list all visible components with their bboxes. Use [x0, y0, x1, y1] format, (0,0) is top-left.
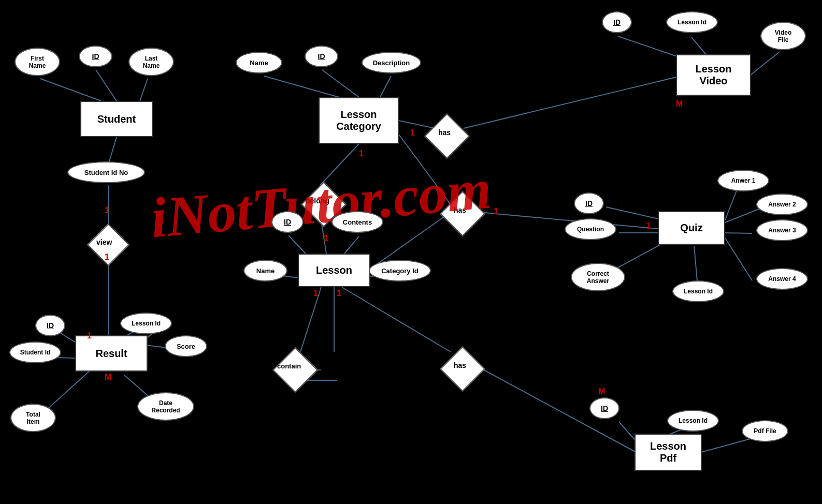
entity-lesson: Lesson	[298, 254, 370, 287]
attr-result-id: ID	[35, 315, 65, 336]
attr-result-daterecorded: DateRecorded	[137, 392, 194, 421]
svg-line-23	[464, 77, 679, 128]
attr-quiz-id: ID	[574, 192, 604, 214]
attr-student-firstname: FirstName	[15, 48, 60, 76]
svg-line-29	[606, 207, 663, 220]
attr-lpdf-lessonid: Lesson Id	[667, 410, 719, 432]
svg-line-2	[140, 79, 148, 101]
attr-lv-lessonid: Lesson Id	[666, 11, 718, 33]
svg-line-0	[40, 79, 101, 101]
svg-line-13	[264, 76, 339, 97]
card-has-lc-1: 1	[410, 128, 415, 138]
attr-quiz-answer3: Answer 3	[756, 219, 808, 241]
svg-line-34	[725, 238, 752, 280]
attr-quiz-lessonid: Lesson Id	[672, 280, 724, 302]
svg-line-16	[320, 144, 359, 185]
card-view-1-top: 1	[105, 206, 109, 215]
attr-lesson-contents: Contents	[331, 211, 383, 233]
entity-lesson-category: LessonCategory	[319, 97, 399, 144]
attr-result-lessonid: Lesson Id	[120, 313, 172, 334]
attr-quiz-answer1: Anwer 1	[717, 170, 769, 191]
svg-line-31	[725, 207, 764, 223]
card-lpdf-m: M	[598, 387, 605, 396]
card-has-quiz-1-left: 1	[494, 207, 498, 216]
card-has-quiz-1-right: 1	[646, 221, 651, 231]
svg-line-19	[344, 236, 359, 254]
card-result-m: M	[105, 373, 111, 382]
card-belong-1: 1	[324, 234, 328, 243]
attr-student-idno: Student Id No	[67, 161, 145, 183]
card-result-1: 1	[87, 331, 92, 340]
svg-line-24	[618, 36, 679, 57]
svg-line-1	[96, 70, 117, 101]
attr-quiz-correct: CorrectAnswer	[571, 263, 625, 291]
attr-lesson-catid: Category Id	[369, 260, 431, 281]
card-lesson-1-right: 1	[337, 289, 341, 298]
attr-student-id: ID	[79, 46, 112, 67]
attr-lc-name: Name	[236, 52, 282, 73]
attr-lc-id: ID	[305, 46, 338, 67]
attr-quiz-question: Question	[565, 218, 616, 240]
attr-result-totalitem: TotalItem	[10, 404, 56, 432]
card-lc-1: 1	[359, 149, 364, 158]
entity-quiz: Quiz	[658, 211, 725, 245]
attr-lpdf-pdffile: Pdf File	[742, 420, 788, 442]
attr-quiz-answer4: Answer 4	[756, 268, 808, 290]
svg-line-14	[322, 70, 359, 97]
attr-lv-videofile: VideoFile	[760, 22, 806, 50]
attr-result-score: Score	[165, 335, 207, 357]
card-lv-m: M	[676, 99, 683, 109]
svg-line-3	[109, 137, 117, 163]
card-lesson-1-left: 1	[313, 289, 318, 298]
entity-lesson-video: LessonVideo	[676, 54, 751, 96]
svg-line-44	[300, 287, 321, 352]
attr-lv-id: ID	[602, 11, 632, 33]
attr-result-studentid: Student Id	[9, 342, 61, 363]
card-view-1-bottom: 1	[105, 253, 109, 262]
er-diagram: iNotTutor.com Student LessonCategory Les…	[0, 0, 822, 504]
entity-result: Result	[75, 335, 148, 372]
svg-line-45	[342, 287, 451, 352]
svg-line-33	[725, 233, 752, 233]
entity-lesson-pdf: LessonPdf	[634, 434, 702, 471]
attr-lpdf-id: ID	[589, 397, 619, 419]
attr-lesson-name: Name	[243, 260, 287, 281]
svg-line-26	[748, 52, 780, 77]
attr-quiz-answer2: Answer 2	[756, 194, 808, 215]
attr-lc-description: Description	[362, 52, 421, 73]
attr-lesson-id: ID	[271, 211, 304, 233]
entity-student: Student	[80, 101, 153, 137]
svg-line-18	[289, 235, 306, 254]
attr-student-lastname: LastName	[128, 48, 174, 76]
